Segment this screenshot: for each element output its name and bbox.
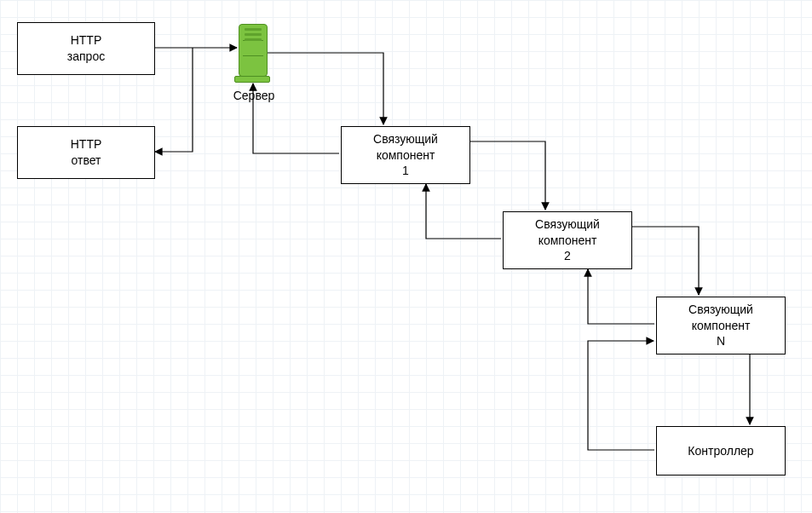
edge-mn-to-m2	[588, 269, 654, 324]
edge-server-to-m1	[268, 53, 383, 124]
edge-m2-to-mn	[632, 227, 699, 295]
edge-m1-to-server	[253, 84, 339, 153]
edges-layer	[0, 0, 812, 513]
edge-server-to-response	[155, 48, 193, 152]
edge-m1-to-m2	[470, 141, 545, 210]
edge-m2-to-m1	[426, 184, 501, 239]
edge-controller-to-mn	[588, 341, 654, 450]
diagram-canvas: { "nodes":{ "http_request":"HTTP\nзапрос…	[0, 0, 812, 513]
